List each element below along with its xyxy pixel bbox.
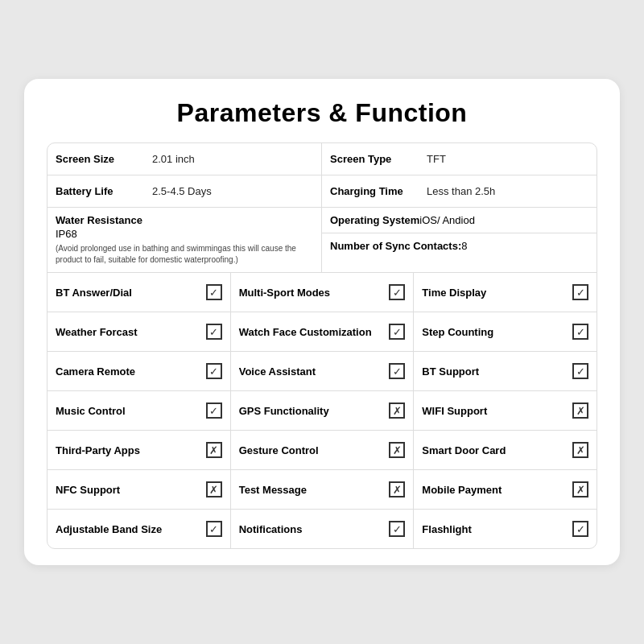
battery-life-value: 2.5-4.5 Days [144,175,220,207]
feature-cell-5-2: Mobile Payment [414,470,597,509]
feature-name-5-2: Mobile Payment [422,484,568,496]
feature-name-2-0: Camera Remote [56,365,201,378]
check-yes-icon [389,324,405,340]
check-yes-icon [389,363,405,379]
page-title: Parameters & Function [47,98,597,128]
spec-row-2: Battery Life 2.5-4.5 Days Charging Time … [47,175,597,208]
check-no-icon [389,481,405,497]
feature-cell-0-0: BT Answer/Dial [47,273,231,312]
check-no-icon [572,402,588,419]
sync-row: Number of Sync Contacts: 8 [322,233,597,258]
feature-name-0-0: BT Answer/Dial [56,287,201,299]
feature-row-1: Weather ForcastWatch Face CustomizationS… [47,312,597,352]
check-yes-icon [206,521,222,537]
feature-row-5: NFC SupportTest MessageMobile Payment [47,470,597,510]
spec-row-3: Water Resistance IP68 (Avoid prolonged u… [47,208,597,273]
check-no-icon [389,402,405,419]
check-no-icon [206,481,222,497]
sync-value: 8 [461,240,467,252]
screen-type-label: Screen Type [322,143,419,175]
battery-life-label: Battery Life [47,175,144,207]
feature-name-3-2: WIFI Support [422,405,568,417]
check-yes-icon [206,284,222,300]
screen-size-value: 2.01 inch [144,143,203,175]
feature-name-6-1: Notifications [239,523,385,535]
feature-name-0-1: Multi-Sport Modes [239,287,385,299]
feature-cell-5-0: NFC Support [47,470,231,509]
sync-label: Number of Sync Contacts: [330,240,461,252]
os-value: iOS/ Andiod [419,214,475,226]
feature-row-6: Adjustable Band SizeNotificationsFlashli… [47,510,597,548]
feature-name-1-1: Watch Face Customization [239,326,385,338]
feature-name-4-1: Gesture Control [239,444,385,456]
main-card: Parameters & Function Screen Size 2.01 i… [24,79,620,565]
feature-name-2-2: BT Support [422,365,568,378]
feature-row-4: Third-Party AppsGesture ControlSmart Doo… [47,431,597,470]
os-row: Operating System iOS/ Andiod [322,208,597,233]
feature-grid: BT Answer/DialMulti-Sport ModesTime Disp… [47,273,597,548]
os-sync-cell: Operating System iOS/ Andiod Number of S… [322,208,597,272]
feature-name-1-0: Weather Forcast [56,326,201,338]
feature-cell-1-1: Watch Face Customization [231,312,415,351]
feature-cell-2-1: Voice Assistant [231,352,415,390]
spec-right-2: Charging Time Less than 2.5h [322,175,597,207]
feature-row-2: Camera RemoteVoice AssistantBT Support [47,352,597,391]
charging-time-value: Less than 2.5h [419,175,503,207]
os-label: Operating System [330,214,419,226]
feature-cell-4-1: Gesture Control [231,431,415,469]
check-yes-icon [206,402,222,419]
feature-cell-3-1: GPS Functionality [231,391,415,430]
spec-left-2: Battery Life 2.5-4.5 Days [47,175,322,207]
feature-name-4-0: Third-Party Apps [56,444,201,456]
feature-name-5-1: Test Message [239,484,385,496]
check-no-icon [572,442,588,458]
screen-size-label: Screen Size [47,143,144,175]
check-no-icon [572,481,588,497]
spec-row-1: Screen Size 2.01 inch Screen Type TFT [47,143,597,175]
feature-cell-2-2: BT Support [414,352,597,390]
params-table: Screen Size 2.01 inch Screen Type TFT Ba… [47,142,597,549]
feature-cell-5-1: Test Message [231,470,415,509]
charging-time-label: Charging Time [322,175,419,207]
feature-cell-4-0: Third-Party Apps [47,431,231,469]
feature-name-6-2: Flashlight [422,523,568,535]
water-resistance-note: (Avoid prolonged use in bathing and swim… [56,243,313,266]
feature-name-0-2: Time Display [422,287,568,299]
feature-name-5-0: NFC Support [56,484,201,496]
check-no-icon [389,442,405,458]
feature-name-4-2: Smart Door Card [422,444,568,456]
check-yes-icon [206,363,222,379]
feature-name-1-2: Step Counting [422,326,568,338]
check-yes-icon [206,324,222,340]
feature-cell-0-2: Time Display [414,273,597,312]
feature-cell-4-2: Smart Door Card [414,431,597,469]
feature-cell-1-0: Weather Forcast [47,312,231,351]
feature-row-0: BT Answer/DialMulti-Sport ModesTime Disp… [47,273,597,312]
water-resistance-value: IP68 [56,228,313,240]
check-yes-icon [572,284,588,300]
feature-name-3-1: GPS Functionality [239,405,385,417]
check-yes-icon [572,521,588,537]
feature-cell-3-2: WIFI Support [414,391,597,430]
check-yes-icon [389,521,405,537]
feature-cell-2-0: Camera Remote [47,352,231,390]
feature-name-3-0: Music Control [56,405,201,417]
feature-cell-6-2: Flashlight [414,510,597,548]
water-resistance-cell: Water Resistance IP68 (Avoid prolonged u… [47,208,322,272]
check-yes-icon [572,324,588,340]
feature-name-6-0: Adjustable Band Size [56,523,201,535]
check-yes-icon [572,363,588,379]
feature-cell-1-2: Step Counting [414,312,597,351]
spec-left-1: Screen Size 2.01 inch [47,143,322,175]
feature-name-2-1: Voice Assistant [239,365,385,378]
feature-cell-0-1: Multi-Sport Modes [231,273,415,312]
check-no-icon [206,442,222,458]
screen-type-value: TFT [419,143,454,175]
check-yes-icon [389,284,405,300]
feature-cell-3-0: Music Control [47,391,231,430]
feature-cell-6-1: Notifications [231,510,415,548]
feature-cell-6-0: Adjustable Band Size [47,510,231,548]
feature-row-3: Music ControlGPS FunctionalityWIFI Suppo… [47,391,597,431]
water-resistance-label: Water Resistance [56,214,313,226]
spec-right-1: Screen Type TFT [322,143,597,175]
